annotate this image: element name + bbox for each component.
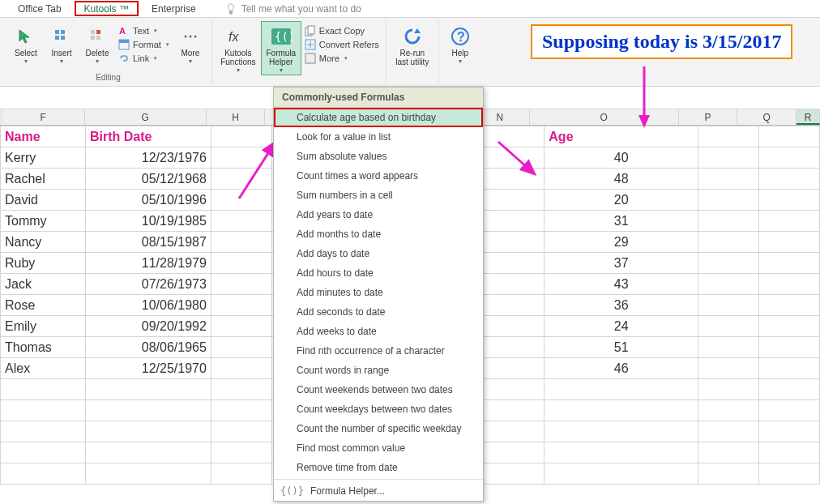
- dd-item[interactable]: Remove time from date: [274, 458, 483, 477]
- dd-item[interactable]: Count weekdays between two dates: [274, 399, 483, 419]
- col-header-q[interactable]: Q: [737, 109, 797, 125]
- help-button[interactable]: ? Help▾: [442, 21, 478, 66]
- cell-q[interactable]: [759, 295, 820, 316]
- cell-birth[interactable]: 08/06/1965: [85, 337, 211, 358]
- tab-kutools[interactable]: Kutools ™: [75, 1, 139, 16]
- cell-n[interactable]: [484, 274, 545, 295]
- cell-age[interactable]: 51: [545, 337, 698, 358]
- cell-name[interactable]: Tommy: [1, 211, 86, 232]
- cell-n[interactable]: [484, 337, 545, 358]
- format-button[interactable]: Format▾: [115, 38, 173, 51]
- cell-p[interactable]: [698, 295, 759, 316]
- cell-q[interactable]: [759, 147, 820, 169]
- cell-p[interactable]: [698, 274, 759, 295]
- cell-age[interactable]: 20: [545, 190, 698, 211]
- cell-name[interactable]: Ruby: [1, 253, 86, 274]
- cell-q[interactable]: [759, 169, 820, 190]
- cell-age[interactable]: 43: [545, 274, 698, 295]
- cell-n[interactable]: [484, 232, 545, 253]
- cell-h[interactable]: [211, 358, 271, 379]
- cell-birth[interactable]: 07/26/1973: [85, 274, 211, 295]
- header-age[interactable]: Age: [545, 126, 698, 147]
- cell-birth[interactable]: 12/23/1976: [85, 147, 211, 169]
- cell-q[interactable]: [759, 126, 820, 147]
- dd-item[interactable]: Find nth occurrence of a character: [274, 341, 483, 361]
- delete-button[interactable]: Delete▾: [79, 21, 115, 66]
- cell-name[interactable]: Jack: [1, 274, 86, 295]
- formula-helper-button[interactable]: {()} Formula Helper▾: [261, 21, 301, 75]
- dd-item[interactable]: Add seconds to date: [274, 302, 483, 322]
- rerun-button[interactable]: Re-run last utility: [390, 21, 435, 66]
- cell-n[interactable]: [484, 316, 545, 337]
- cell-n[interactable]: [484, 253, 545, 274]
- cell-p[interactable]: [698, 253, 759, 274]
- cell-name[interactable]: David: [1, 190, 86, 211]
- cell-q[interactable]: [759, 337, 820, 358]
- tell-me[interactable]: Tell me what you want to do: [209, 3, 361, 15]
- cell-p[interactable]: [698, 126, 759, 147]
- exact-copy-button[interactable]: Exact Copy: [301, 24, 382, 37]
- cell-q[interactable]: [759, 253, 820, 274]
- dd-formula-helper-link[interactable]: {()} Formula Helper...: [274, 481, 483, 501]
- col-header-r[interactable]: R: [797, 109, 820, 125]
- header-birth[interactable]: Birth Date: [85, 126, 211, 147]
- tab-enterprise[interactable]: Enterprise: [142, 2, 206, 16]
- col-header-p[interactable]: P: [679, 109, 738, 125]
- cell-p[interactable]: [698, 190, 759, 211]
- cell-name[interactable]: Rose: [1, 295, 86, 316]
- cell-name[interactable]: Thomas: [1, 337, 86, 358]
- cell-q[interactable]: [759, 316, 820, 337]
- cell-birth[interactable]: 10/19/1985: [85, 211, 211, 232]
- dd-item[interactable]: Add hours to date: [274, 263, 483, 283]
- dd-item[interactable]: Add weeks to date: [274, 322, 483, 341]
- select-button[interactable]: Select▾: [8, 21, 44, 66]
- cell-q[interactable]: [759, 358, 820, 379]
- cell-n[interactable]: [484, 295, 545, 316]
- cell-birth[interactable]: 12/25/1970: [85, 358, 211, 379]
- cell-age[interactable]: 37: [545, 253, 698, 274]
- convert-refers-button[interactable]: Convert Refers: [301, 38, 382, 51]
- cell-p[interactable]: [698, 316, 759, 337]
- dd-item[interactable]: Add years to date: [274, 205, 483, 224]
- cell-h[interactable]: [211, 337, 271, 358]
- col-header-h[interactable]: H: [207, 109, 266, 125]
- cell-birth[interactable]: 11/28/1979: [85, 253, 211, 274]
- cell-birth[interactable]: 08/15/1987: [85, 232, 211, 253]
- cell-q[interactable]: [759, 211, 820, 232]
- cell-n[interactable]: [484, 211, 545, 232]
- cell-h[interactable]: [211, 232, 271, 253]
- cell-age[interactable]: 31: [545, 211, 698, 232]
- text-button[interactable]: AText▾: [115, 24, 173, 37]
- cell-age[interactable]: 48: [545, 169, 698, 190]
- tab-office[interactable]: Office Tab: [8, 2, 71, 16]
- cell-p[interactable]: [698, 211, 759, 232]
- dd-item[interactable]: Count the number of specific weekday: [274, 419, 483, 438]
- cell-age[interactable]: 46: [545, 358, 698, 379]
- cell-n[interactable]: [484, 190, 545, 211]
- cell-name[interactable]: Emily: [1, 316, 86, 337]
- col-header-g[interactable]: G: [85, 109, 207, 125]
- link-button[interactable]: Link▾: [115, 52, 173, 65]
- dd-item[interactable]: Count weekends between two dates: [274, 380, 483, 399]
- cell-h[interactable]: [211, 274, 271, 295]
- cell-p[interactable]: [698, 232, 759, 253]
- cell-birth[interactable]: 05/10/1996: [85, 190, 211, 211]
- cell-p[interactable]: [698, 337, 759, 358]
- dd-item[interactable]: Add minutes to date: [274, 283, 483, 302]
- header-name[interactable]: Name: [1, 126, 86, 147]
- cell-h[interactable]: [211, 295, 271, 316]
- cell-name[interactable]: Alex: [1, 358, 86, 379]
- insert-button[interactable]: Insert▾: [44, 21, 79, 66]
- col-header-f[interactable]: F: [2, 109, 85, 125]
- cell-name[interactable]: Kerry: [1, 147, 86, 169]
- cell-name[interactable]: Nancy: [1, 232, 86, 253]
- cell-q[interactable]: [759, 274, 820, 295]
- col-header-o[interactable]: O: [530, 109, 679, 125]
- more2-button[interactable]: More▾: [301, 52, 382, 65]
- more-button[interactable]: More▾: [173, 21, 208, 66]
- dd-item[interactable]: Add days to date: [274, 244, 483, 263]
- cell-p[interactable]: [698, 147, 759, 169]
- cell-h[interactable]: [211, 253, 271, 274]
- dd-item[interactable]: Count words in range: [274, 361, 483, 380]
- dd-item[interactable]: Find most common value: [274, 438, 483, 458]
